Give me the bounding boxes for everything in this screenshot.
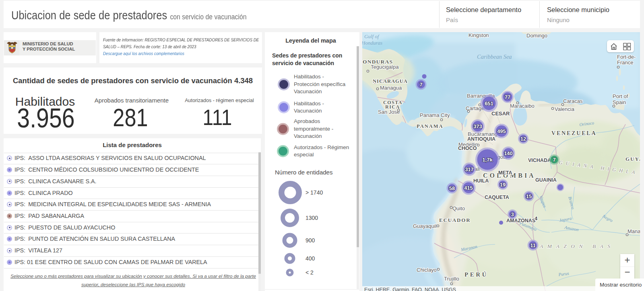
svg-text:7: 7 <box>419 82 422 88</box>
svg-text:> 1740: > 1740 <box>305 189 323 196</box>
svg-text:415: 415 <box>464 185 473 191</box>
svg-text:ANTIOQUIA: ANTIOQUIA <box>467 136 495 142</box>
svg-text:1,7k: 1,7k <box>482 157 493 163</box>
svg-text:495: 495 <box>497 128 506 134</box>
svg-text:CESAR: CESAR <box>491 111 510 117</box>
svg-text:3: 3 <box>511 211 514 217</box>
svg-text:VENEZUELA: VENEZUELA <box>551 130 597 136</box>
svg-text:AMAZON BAS: AMAZON BAS <box>539 243 615 249</box>
svg-text:CHOCO: CHOCO <box>458 146 477 151</box>
svg-text:15: 15 <box>526 193 532 199</box>
svg-text:Chiclayo: Chiclayo <box>417 267 437 273</box>
svg-text:19: 19 <box>500 182 506 188</box>
svg-text:400: 400 <box>305 255 315 262</box>
svg-text:PANAMA: PANAMA <box>417 123 444 129</box>
svg-text:Honduras: Honduras <box>362 40 382 46</box>
svg-text:Valencia: Valencia <box>555 106 575 112</box>
svg-text:NICARAGUA: NICARAGUA <box>373 78 408 84</box>
svg-text:VICHADA: VICHADA <box>528 158 551 163</box>
svg-text:Gulf of: Gulf of <box>364 33 380 39</box>
svg-text:Caribbean Sea: Caribbean Sea <box>477 53 512 60</box>
svg-text:GUAINIA: GUAINIA <box>535 177 557 183</box>
svg-text:CAQUETA: CAQUETA <box>485 195 509 200</box>
svg-text:140: 140 <box>504 150 513 156</box>
svg-text:651: 651 <box>485 100 493 107</box>
svg-text:Tegucigalpa: Tegucigalpa <box>371 64 399 70</box>
svg-text:11: 11 <box>530 242 536 248</box>
svg-text:Fort-de-: Fort-de- <box>617 54 636 60</box>
svg-text:HUILA: HUILA <box>473 178 489 184</box>
svg-text:12: 12 <box>520 136 526 142</box>
svg-text:Kingston: Kingston <box>469 32 489 38</box>
svg-text:Panama City: Panama City <box>420 112 450 118</box>
svg-text:373: 373 <box>473 123 482 129</box>
svg-text:Maracaibo: Maracaibo <box>510 103 535 109</box>
svg-text:Caracas: Caracas <box>563 98 583 104</box>
svg-text:PERÚ: PERÚ <box>464 271 488 278</box>
svg-text:Domingo: Domingo <box>526 33 547 39</box>
svg-text:GUYA: GUYA <box>625 156 640 162</box>
svg-text:Managua: Managua <box>380 85 402 91</box>
svg-text:Spain: Spain <box>613 99 626 105</box>
svg-text:ECUADOR: ECUADOR <box>439 217 471 223</box>
svg-text:1300: 1300 <box>305 215 318 221</box>
svg-text:317: 317 <box>465 166 474 172</box>
svg-text:Quito: Quito <box>452 205 465 211</box>
svg-text:Mana: Mana <box>627 228 640 234</box>
svg-text:< 2: < 2 <box>305 269 314 276</box>
svg-text:Trujillo: Trujillo <box>444 276 459 282</box>
svg-text:San Jose: San Jose <box>378 109 400 115</box>
svg-text:58: 58 <box>449 185 455 191</box>
svg-text:7: 7 <box>553 157 555 163</box>
svg-text:900: 900 <box>305 237 315 244</box>
svg-text:France: France <box>617 59 633 66</box>
svg-text:META: META <box>498 170 512 176</box>
svg-text:4: 4 <box>535 215 538 221</box>
svg-text:Guayaquil: Guayaquil <box>413 223 437 229</box>
svg-text:77: 77 <box>505 94 510 100</box>
svg-text:Port of: Port of <box>613 93 628 99</box>
